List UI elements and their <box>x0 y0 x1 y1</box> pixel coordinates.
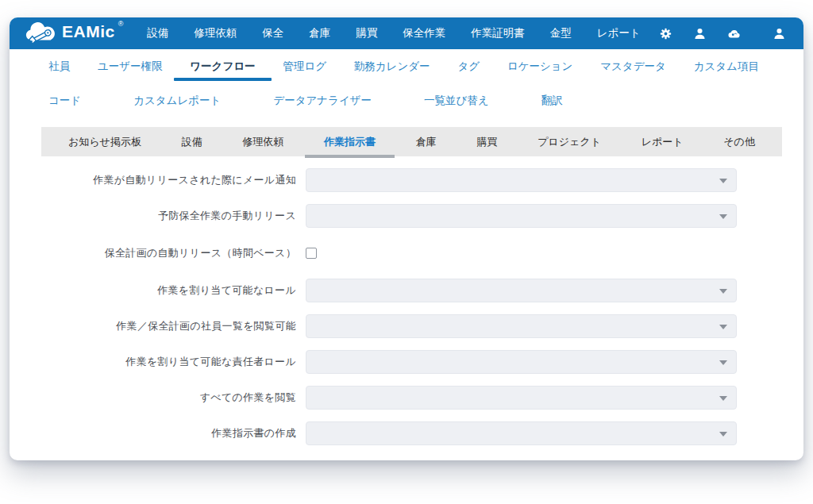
field-label: 予防保全作業の手動リリース <box>10 209 306 223</box>
field-label: すべての作業を閲覧 <box>10 391 306 405</box>
cloud-wrench-logo-icon <box>24 21 59 45</box>
subnav-location[interactable]: ロケーション <box>504 49 576 83</box>
settings-subnav-row1: 社員 ユーザー権限 ワークフロー 管理ログ 勤務カレンダー タグ ロケーション … <box>10 49 803 83</box>
form-row: 作業／保全計画の社員一覧を閲覧可能 <box>10 314 803 338</box>
nav-repair-request[interactable]: 修理依頼 <box>181 17 249 49</box>
chevron-down-icon <box>719 214 727 219</box>
subnav-code[interactable]: コード <box>45 83 84 117</box>
subnav-custom-fields[interactable]: カスタム項目 <box>691 49 762 83</box>
field-label: 作業を割り当て可能な責任者ロール <box>10 355 306 369</box>
chevron-down-icon <box>719 360 727 365</box>
form-row: 作業指示書の作成 <box>10 421 803 445</box>
create-work-order-select[interactable] <box>306 421 737 445</box>
form-row: 作業を割り当て可能なロール <box>10 279 803 302</box>
workflow-tabstrip: お知らせ掲示板 設備 修理依頼 作業指示書 倉庫 購買 プロジェクト レポート … <box>41 127 782 156</box>
top-header-bar: EAMic ® 設備 修理依頼 保全 倉庫 購買 保全作業 作業証明書 金型 レ… <box>10 17 803 49</box>
tab-warehouse[interactable]: 倉庫 <box>413 127 440 156</box>
brand-logo[interactable]: EAMic ® <box>24 21 123 45</box>
tab-work-order[interactable]: 作業指示書 <box>321 127 379 156</box>
subnav-admin-log[interactable]: 管理ログ <box>279 49 329 83</box>
tab-purchasing[interactable]: 購買 <box>473 127 500 156</box>
mail-notify-select[interactable] <box>306 168 737 192</box>
main-nav: 設備 修理依頼 保全 倉庫 購買 保全作業 作業証明書 金型 レポート <box>134 17 659 49</box>
nav-maintenance-work[interactable]: 保全作業 <box>390 17 458 49</box>
field-label: 作業が自動リリースされた際にメール通知 <box>10 173 306 187</box>
chevron-down-icon <box>719 289 727 294</box>
form-row: 作業が自動リリースされた際にメール通知 <box>10 168 803 192</box>
app-window: EAMic ® 設備 修理依頼 保全 倉庫 購買 保全作業 作業証明書 金型 レ… <box>10 17 803 460</box>
tab-repair-request[interactable]: 修理依頼 <box>239 127 287 156</box>
account-icon[interactable] <box>773 27 786 40</box>
subnav-list-sort[interactable]: 一覧並び替え <box>421 83 492 117</box>
chevron-down-icon <box>719 179 727 183</box>
subnav-master-data[interactable]: マスタデータ <box>597 49 669 83</box>
tab-others[interactable]: その他 <box>720 127 758 156</box>
auto-release-checkbox[interactable] <box>306 248 317 259</box>
brand-name: EAMic <box>62 21 115 42</box>
subnav-custom-report[interactable]: カスタムレポート <box>130 83 224 117</box>
cloud-icon[interactable] <box>727 27 741 40</box>
chevron-down-icon <box>719 325 727 329</box>
manual-release-select[interactable] <box>306 204 737 228</box>
gear-icon[interactable] <box>659 27 672 40</box>
assignable-role-select[interactable] <box>306 279 737 302</box>
nav-maintenance[interactable]: 保全 <box>249 17 296 49</box>
workflow-settings-form: 作業が自動リリースされた際にメール通知 予防保全作業の手動リリース 保全計画の自… <box>10 156 803 445</box>
employee-list-view-select[interactable] <box>306 314 737 338</box>
nav-equipment[interactable]: 設備 <box>134 17 181 49</box>
tab-notice-board[interactable]: お知らせ掲示板 <box>65 127 144 156</box>
subnav-user-permissions[interactable]: ユーザー権限 <box>94 49 166 83</box>
view-all-work-select[interactable] <box>306 386 737 410</box>
chevron-down-icon <box>719 396 727 401</box>
nav-mold[interactable]: 金型 <box>538 17 584 49</box>
form-row: 保全計画の自動リリース（時間ベース） <box>10 244 803 262</box>
nav-report[interactable]: レポート <box>584 17 653 49</box>
settings-subnav-row2: コード カスタムレポート データアナライザー 一覧並び替え 翻訳 <box>10 83 803 117</box>
field-label: 作業指示書の作成 <box>10 426 306 441</box>
nav-warehouse[interactable]: 倉庫 <box>296 17 343 49</box>
form-row: 作業を割り当て可能な責任者ロール <box>10 350 803 374</box>
tab-equipment[interactable]: 設備 <box>179 127 206 156</box>
nav-purchasing[interactable]: 購買 <box>343 17 390 49</box>
subnav-translation[interactable]: 翻訳 <box>538 83 566 117</box>
nav-work-certificate[interactable]: 作業証明書 <box>458 17 538 49</box>
form-row: すべての作業を閲覧 <box>10 386 803 410</box>
form-row: 予防保全作業の手動リリース <box>10 204 803 228</box>
header-icons <box>659 27 789 40</box>
tab-report[interactable]: レポート <box>638 127 687 156</box>
subnav-tags[interactable]: タグ <box>454 49 483 83</box>
field-label: 作業／保全計画の社員一覧を閲覧可能 <box>10 319 306 333</box>
user-icon[interactable] <box>693 27 707 40</box>
subnav-work-calendar[interactable]: 勤務カレンダー <box>351 49 433 83</box>
field-label: 作業を割り当て可能なロール <box>10 283 306 298</box>
field-label: 保全計画の自動リリース（時間ベース） <box>10 246 306 260</box>
responsible-role-select[interactable] <box>306 350 737 374</box>
subnav-employees[interactable]: 社員 <box>45 49 73 83</box>
registered-mark: ® <box>118 20 124 28</box>
subnav-data-analyzer[interactable]: データアナライザー <box>270 83 375 117</box>
tab-project[interactable]: プロジェクト <box>534 127 604 156</box>
chevron-down-icon <box>719 432 727 437</box>
subnav-workflow[interactable]: ワークフロー <box>187 49 258 83</box>
